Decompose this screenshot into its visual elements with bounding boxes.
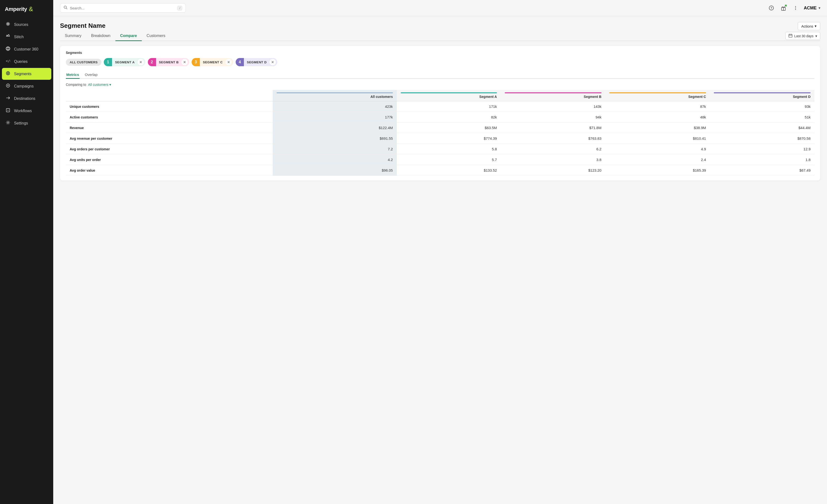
metric-active_customers-seg_a: 82k [397, 112, 501, 122]
table-row: Avg order value$96.05$133.52$123.20$165.… [66, 165, 815, 176]
metric-avg_units_per_order-seg_a: 5.7 [397, 155, 501, 165]
segment-d-close-button[interactable]: ✕ [270, 59, 276, 65]
metric-avg_revenue_per_customer-all: $691.55 [273, 133, 397, 144]
sidebar-item-workflows[interactable]: Workflows [2, 105, 51, 117]
table-row: Unique customers423k171k143k87k93k [66, 101, 815, 112]
sidebar-item-workflows-label: Workflows [14, 109, 32, 113]
gift-icon[interactable] [780, 4, 787, 12]
page-title: Segment Name [60, 22, 105, 30]
metric-unique_customers-seg_a: 171k [397, 101, 501, 112]
svg-text:</>: </> [6, 59, 10, 63]
metric-avg_orders_per_customer-all: 7.2 [273, 144, 397, 155]
svg-point-21 [795, 6, 796, 7]
sidebar-item-campaigns[interactable]: Campaigns [2, 80, 51, 92]
svg-text:?: ? [771, 6, 772, 10]
inner-tab-overlap[interactable]: Overlap [85, 71, 98, 79]
table-row: Revenue$122.4M$63.5M$71.8M$38.9M$44.4M [66, 122, 815, 133]
metric-revenue-seg_a: $63.5M [397, 122, 501, 133]
actions-button[interactable]: Actions ▾ [798, 22, 820, 30]
metric-col-header [66, 90, 273, 101]
metric-avg_units_per_order-label: Avg units per order [66, 155, 273, 165]
segment-chip-d[interactable]: 4 SEGMENT D ✕ [236, 58, 277, 66]
sources-icon [5, 21, 11, 27]
comparing-to-value[interactable]: All customers ▾ [88, 83, 111, 87]
metric-avg_order_value-all: $96.05 [273, 165, 397, 176]
metric-avg_orders_per_customer-seg_a: 5.8 [397, 144, 501, 155]
all-customers-chip[interactable]: ALL CUSTOMERS [66, 59, 101, 66]
more-menu-icon[interactable] [792, 4, 799, 12]
sidebar-item-queries[interactable]: </> Queries [2, 56, 51, 67]
account-button[interactable]: ACME ▾ [804, 6, 820, 11]
table-row: Avg revenue per customer$691.55$774.39$7… [66, 133, 815, 144]
metric-avg_revenue_per_customer-label: Avg revenue per customer [66, 133, 273, 144]
metric-avg_revenue_per_customer-seg_c: $810.41 [605, 133, 710, 144]
segment-a-col-bar [401, 92, 497, 93]
segment-c-col-bar [609, 92, 706, 93]
topbar: / ? ACME ▾ [53, 0, 827, 16]
segment-c-close-button[interactable]: ✕ [226, 59, 232, 65]
tab-customers[interactable]: Customers [142, 31, 170, 41]
segment-c-num: 3 [192, 58, 200, 66]
metric-revenue-all: $122.4M [273, 122, 397, 133]
inner-tab-metrics[interactable]: Metrics [66, 71, 80, 79]
account-chevron-icon: ▾ [819, 6, 820, 10]
sidebar-item-destinations-label: Destinations [14, 97, 35, 101]
page-header: Segment Name Actions ▾ [60, 22, 820, 30]
table-row: Avg units per order4.25.73.82.41.8 [66, 155, 815, 165]
search-slash: / [177, 6, 182, 10]
date-filter[interactable]: Last 30 days ▾ [785, 32, 820, 40]
segment-chip-c[interactable]: 3 SEGMENT C ✕ [192, 58, 233, 66]
actions-chevron-icon: ▾ [815, 24, 817, 28]
svg-point-22 [795, 7, 796, 8]
segments-icon [5, 71, 11, 77]
date-filter-label: Last 30 days [794, 34, 814, 38]
search-box[interactable]: / [60, 3, 186, 12]
table-row: Avg orders per customer7.25.86.24.912.9 [66, 144, 815, 155]
segment-chip-b[interactable]: 2 SEGMENT B ✕ [148, 58, 189, 66]
metric-active_customers-seg_d: 51k [710, 112, 815, 122]
sidebar-item-settings[interactable]: Settings [2, 117, 51, 129]
metric-avg_order_value-seg_c: $165.39 [605, 165, 710, 176]
segment-a-close-button[interactable]: ✕ [138, 59, 144, 65]
sidebar-item-customer360-label: Customer 360 [14, 47, 39, 52]
metric-avg_units_per_order-seg_d: 1.8 [710, 155, 815, 165]
segment-b-num: 2 [148, 58, 156, 66]
metric-active_customers-seg_c: 48k [605, 112, 710, 122]
metric-avg_units_per_order-seg_b: 3.8 [501, 155, 605, 165]
metric-unique_customers-seg_d: 93k [710, 101, 815, 112]
comparing-chevron-icon: ▾ [109, 83, 111, 87]
metric-avg_orders_per_customer-label: Avg orders per customer [66, 144, 273, 155]
segment-b-close-button[interactable]: ✕ [182, 59, 188, 65]
help-icon[interactable]: ? [768, 4, 775, 12]
segment-chip-a[interactable]: 1 SEGMENT A ✕ [104, 58, 145, 66]
segment-a-num: 1 [104, 58, 112, 66]
gift-notification-dot [785, 5, 787, 6]
sidebar: Amperity & Sources Stitch Customer 360 <… [0, 0, 53, 504]
inner-tabs: Metrics Overlap [66, 71, 815, 79]
tab-summary[interactable]: Summary [60, 31, 86, 41]
workflows-icon [5, 108, 11, 114]
actions-label: Actions [801, 24, 813, 28]
search-icon [64, 6, 67, 10]
account-name: ACME [804, 6, 817, 11]
svg-point-0 [7, 23, 9, 25]
metric-revenue-label: Revenue [66, 122, 273, 133]
tab-compare[interactable]: Compare [115, 31, 142, 41]
segment-d-col-bar [714, 92, 811, 93]
metric-unique_customers-seg_b: 143k [501, 101, 605, 112]
sidebar-item-sources-label: Sources [14, 22, 28, 27]
search-input[interactable] [70, 6, 175, 10]
segment-b-label: SEGMENT B [156, 60, 182, 64]
sidebar-item-stitch[interactable]: Stitch [2, 31, 51, 43]
logo: Amperity & [0, 0, 53, 19]
sidebar-item-destinations[interactable]: Destinations [2, 93, 51, 104]
metric-active_customers-label: Active customers [66, 112, 273, 122]
sidebar-item-campaigns-label: Campaigns [14, 84, 34, 89]
sidebar-item-segments[interactable]: Segments [2, 68, 51, 80]
tab-breakdown[interactable]: Breakdown [86, 31, 115, 41]
segments-chips: ALL CUSTOMERS 1 SEGMENT A ✕ 2 SEGMENT B … [66, 58, 815, 66]
logo-text: Amperity [5, 6, 27, 12]
metric-active_customers-all: 177k [273, 112, 397, 122]
sidebar-item-customer360[interactable]: Customer 360 [2, 43, 51, 55]
sidebar-item-sources[interactable]: Sources [2, 19, 51, 31]
